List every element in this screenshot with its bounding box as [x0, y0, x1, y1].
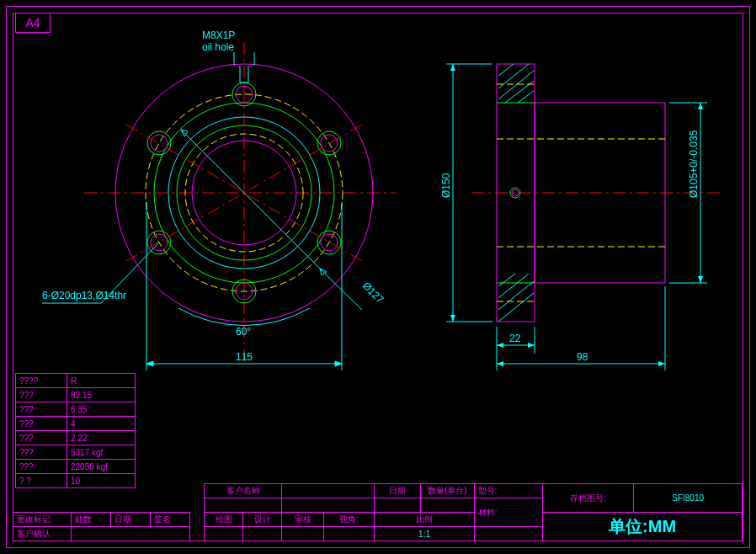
oil-hole-label-2: oil hole: [202, 41, 234, 53]
dim-115: 115: [236, 351, 253, 363]
dim-105: Ø105+0/-0.035: [688, 130, 700, 198]
svg-point-20: [151, 135, 168, 152]
drawing-canvas: A4 M8X1P oil hole 6-Ø20dp13,Ø14thr: [0, 0, 756, 554]
svg-line-34: [324, 273, 362, 310]
dim-98: 98: [577, 351, 588, 363]
dim-60deg: 60°: [236, 326, 251, 338]
dim-150: Ø150: [440, 173, 452, 198]
oil-hole-label-1: M8X1P: [202, 29, 235, 41]
dim-22: 22: [509, 333, 521, 344]
spec-table: ????R ???82.15 ???6.35 ???4 ???2 22' ???…: [15, 373, 136, 488]
bolt-pattern-label: 6-Ø20dp13,Ø14thr: [42, 290, 126, 301]
svg-line-41: [498, 64, 529, 88]
svg-line-45: [498, 293, 534, 322]
title-block: 客户名称 日期 数量(单台) 型号: 存档图号: SFI8010 材料: 绘图 …: [204, 483, 743, 541]
revision-table: 更改标记处数日期签名 客户确认: [13, 512, 190, 541]
svg-line-44: [518, 91, 534, 103]
svg-line-47: [498, 274, 529, 298]
dim-127: Ø127: [360, 280, 386, 306]
svg-line-46: [498, 281, 534, 310]
svg-line-40: [498, 64, 514, 76]
svg-line-48: [498, 274, 515, 286]
unit-label: 单位:MM: [609, 517, 676, 535]
